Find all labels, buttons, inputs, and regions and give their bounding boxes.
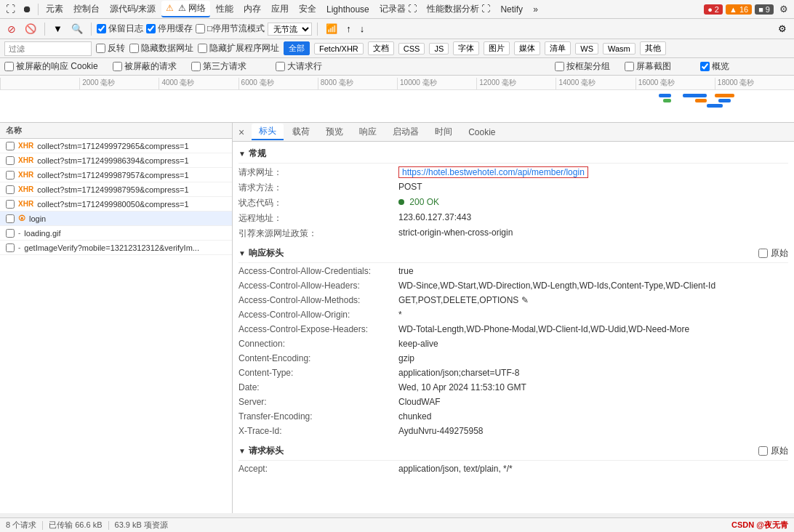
type-wasm-btn[interactable]: Wasm: [603, 43, 635, 55]
request-headers-title[interactable]: ▼ 请求标头 原始: [238, 442, 788, 461]
request-check-2[interactable]: [6, 156, 15, 165]
blocked-requests-checkbox[interactable]: [113, 62, 122, 71]
nav-application[interactable]: 应用: [267, 1, 293, 17]
third-party-label[interactable]: 第三方请求: [191, 60, 246, 73]
settings-icon[interactable]: ⚙: [777, 2, 791, 16]
request-url-link[interactable]: https://hotel.bestwehotel.com/api/member…: [398, 166, 588, 178]
filter-button[interactable]: ▼: [50, 22, 65, 36]
type-font-btn[interactable]: 字体: [453, 41, 479, 55]
disable-throttle-checkbox[interactable]: [196, 24, 205, 33]
upload-icon[interactable]: ↑: [343, 22, 354, 36]
record-icon[interactable]: ⏺: [20, 2, 35, 16]
hide-extensions-label[interactable]: 隐藏扩展程序网址: [198, 42, 279, 55]
disable-cache-checkbox[interactable]: [146, 24, 156, 33]
overview-checkbox[interactable]: [700, 62, 710, 71]
overview-label[interactable]: 概览: [700, 60, 729, 73]
type-manifest-btn[interactable]: 清单: [545, 41, 571, 55]
request-item-verify[interactable]: - getImageVerify?mobile=13212312312&veri…: [0, 241, 232, 255]
search-button[interactable]: 🔍: [68, 22, 86, 36]
blocked-requests-label[interactable]: 被屏蔽的请求: [113, 60, 177, 73]
general-section-header[interactable]: ▼ 常规: [238, 145, 788, 164]
nav-console[interactable]: 控制台: [69, 1, 104, 17]
type-js-btn[interactable]: JS: [429, 43, 449, 55]
wifi-icon[interactable]: 📶: [323, 22, 340, 36]
tab-cookie[interactable]: Cookie: [461, 126, 502, 139]
stop-button[interactable]: ⊘: [4, 22, 19, 36]
clear-button[interactable]: 🚫: [22, 22, 39, 36]
request-check-1[interactable]: [6, 142, 15, 150]
type-img-btn[interactable]: 图片: [484, 41, 510, 55]
nav-network[interactable]: ⚠ ⚠ 网络: [161, 1, 210, 17]
filter-input[interactable]: [4, 41, 92, 56]
type-all-btn[interactable]: 全部: [284, 41, 310, 55]
request-item-1[interactable]: XHR collect?stm=1712499972965&compress=1: [0, 139, 232, 153]
request-item-3[interactable]: XHR collect?stm=1712499987957&compress=1: [0, 168, 232, 182]
request-check-gif[interactable]: [6, 229, 15, 238]
nav-netify[interactable]: Netify: [496, 3, 527, 16]
preserve-log-label[interactable]: 保留日志: [97, 23, 143, 35]
nav-elements[interactable]: 元素: [41, 1, 68, 17]
nav-recorder[interactable]: 记录器 ⛶: [375, 1, 421, 17]
tab-initiator[interactable]: 启动器: [385, 124, 426, 140]
hide-data-urls-checkbox[interactable]: [129, 44, 139, 53]
tab-payload[interactable]: 载荷: [285, 124, 317, 140]
reverse-label[interactable]: 反转: [96, 42, 125, 55]
blocked-cookies-label[interactable]: 被屏蔽的响应 Cookie: [4, 60, 98, 73]
request-check-4[interactable]: [6, 185, 15, 194]
nav-security[interactable]: 安全: [294, 1, 321, 17]
throttle-select[interactable]: 无节流: [268, 23, 312, 36]
request-item-gif[interactable]: - loading.gif: [0, 226, 232, 241]
info-badge[interactable]: ■ 9: [755, 4, 774, 15]
hide-data-urls-label[interactable]: 隐藏数据网址: [129, 42, 193, 55]
type-ws-btn[interactable]: WS: [575, 43, 598, 55]
warning-badge[interactable]: ▲ 16: [726, 4, 752, 15]
screenshot-label[interactable]: 屏幕截图: [625, 60, 671, 73]
hide-extensions-checkbox[interactable]: [198, 44, 207, 53]
tab-preview[interactable]: 预览: [318, 124, 350, 140]
tab-headers[interactable]: 标头: [252, 124, 284, 140]
request-item-4[interactable]: XHR collect?stm=1712499987959&compress=1: [0, 182, 232, 197]
type-css-btn[interactable]: CSS: [398, 43, 425, 55]
screenshot-checkbox[interactable]: [625, 62, 634, 71]
request-check-login[interactable]: [6, 214, 15, 223]
nav-perf-insights[interactable]: 性能数据分析 ⛶: [422, 1, 494, 17]
layout-icon[interactable]: ⛶: [3, 2, 18, 16]
resp-original-label[interactable]: 原始: [758, 247, 788, 259]
request-item-login[interactable]: ⦿ login: [0, 211, 232, 226]
error-badge[interactable]: ● 2: [704, 4, 723, 15]
disable-throttle-label[interactable]: □停用节流模式: [196, 23, 265, 35]
disable-cache-label[interactable]: 停用缓存: [146, 23, 193, 35]
reverse-checkbox[interactable]: [96, 44, 105, 53]
req-original-label[interactable]: 原始: [758, 445, 788, 457]
nav-sources[interactable]: 源代码/来源: [105, 1, 160, 17]
type-other-btn[interactable]: 其他: [640, 41, 666, 55]
frame-group-label[interactable]: 按框架分组: [555, 60, 610, 73]
blocked-cookies-checkbox[interactable]: [4, 62, 14, 71]
request-check-5[interactable]: [6, 200, 15, 209]
request-check-verify[interactable]: [6, 243, 15, 252]
req-original-checkbox[interactable]: [758, 446, 768, 456]
type-doc-btn[interactable]: 文档: [368, 41, 394, 55]
type-fetch-xhr-btn[interactable]: Fetch/XHR: [314, 43, 364, 55]
nav-lighthouse[interactable]: Lighthouse: [322, 3, 374, 16]
general-triangle: ▼: [238, 150, 246, 158]
request-item-5[interactable]: XHR collect?stm=1712499980050&compress=1: [0, 197, 232, 211]
network-settings-icon[interactable]: ⚙: [775, 22, 790, 36]
resp-original-checkbox[interactable]: [758, 249, 768, 258]
third-party-checkbox[interactable]: [191, 62, 201, 71]
nav-more[interactable]: »: [529, 3, 542, 16]
large-rows-checkbox[interactable]: [276, 62, 285, 71]
detail-close-btn[interactable]: ×: [238, 126, 244, 138]
tab-timing[interactable]: 时间: [428, 124, 460, 140]
type-media-btn[interactable]: 媒体: [514, 41, 540, 55]
nav-performance[interactable]: 性能: [212, 1, 238, 17]
frame-group-checkbox[interactable]: [555, 62, 564, 71]
preserve-log-checkbox[interactable]: [97, 24, 106, 33]
request-check-3[interactable]: [6, 171, 15, 180]
nav-memory[interactable]: 内存: [239, 1, 265, 17]
large-rows-label[interactable]: 大请求行: [276, 60, 322, 73]
tab-response[interactable]: 响应: [352, 124, 384, 140]
response-headers-title[interactable]: ▼ 响应标头 原始: [238, 244, 788, 263]
download-icon[interactable]: ↓: [357, 22, 368, 36]
request-item-2[interactable]: XHR collect?stm=1712499986394&compress=1: [0, 153, 232, 168]
